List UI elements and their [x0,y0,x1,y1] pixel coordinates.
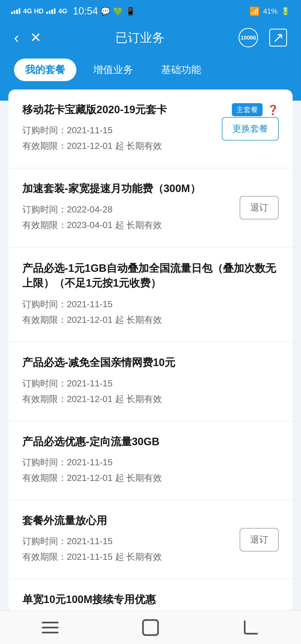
service-order-time-3: 订购时间：2021-11-15 [22,298,279,311]
unsubscribe-button-2[interactable]: 退订 [240,196,279,219]
wifi-icon: 📶 [249,6,260,16]
service-title-row-1: 移动花卡宝藏版2020-19元套卡 主套餐 ❓ [22,103,279,117]
message-icon: 💬 [101,7,110,16]
service-validity-1: 有效期限：2021-12-01 起 长期有效 [22,140,279,152]
tab-my-plan[interactable]: 我的套餐 [14,59,76,81]
nav-left: ‹ ✕ [14,30,41,45]
service-validity-3: 有效期限：2021-12-01 起 长期有效 [22,314,279,326]
service-name-4: 产品必选-减免全国亲情网费10元 [22,357,175,368]
battery-label: 41% [263,7,278,16]
service-item-5: 产品必选优惠-定向流量30GB 订购时间：2021-11-15 有效期限：202… [8,422,293,500]
signal-icon [11,8,20,14]
back-nav-button[interactable] [223,616,279,639]
service-name-5: 产品必选优惠-定向流量30GB [22,436,159,447]
service-number: 10086 [241,35,256,40]
status-bar: 4G HD 4G 10:54 💬 💚 📱 📶 41% 🔋 [0,0,301,22]
service-name-1: 移动花卡宝藏版2020-19元套卡 [22,103,227,117]
service-name-3: 产品必选-1元1GB自动叠加全国流量日包（叠加次数无上限）（不足1元按1元收费） [22,261,279,290]
service-cards: 移动花卡宝藏版2020-19元套卡 主套餐 ❓ 订购时间：2021-11-15 … [8,89,293,612]
content-area: 移动花卡宝藏版2020-19元套卡 主套餐 ❓ 订购时间：2021-11-15 … [0,89,301,612]
nav-right: 10086 ↗ [239,28,287,47]
service-validity-4: 有效期限：2021-12-01 起 长期有效 [22,393,279,405]
tab-value-added[interactable]: 增值业务 [82,59,144,81]
tab-basic[interactable]: 基础功能 [150,59,212,81]
service-name-6: 套餐外流量放心用 [22,515,107,526]
service-validity-2: 有效期限：2023-04-01 起 长期有效 [22,219,279,231]
service-name-7-partial: 单宽10元100M接续专用优惠 [22,593,279,606]
time-display: 10:54 [73,5,98,17]
share-button[interactable]: ↗ [269,29,287,47]
service-order-time-5: 订购时间：2021-11-15 [22,456,279,469]
back-button[interactable]: ‹ [14,30,19,45]
service-name-2: 加速套装-家宽提速月功能费（300M） [22,183,201,194]
service-item-6: 套餐外流量放心用 订购时间：2021-11-15 有效期限：2021-11-15… [8,500,293,579]
service-item-3: 产品必选-1元1GB自动叠加全国流量日包（叠加次数无上限）（不足1元按1元收费）… [8,248,293,342]
service-item-4: 产品必选-减免全国亲情网费10元 订购时间：2021-11-15 有效期限：20… [8,342,293,421]
service-item-7-partial: 单宽10元100M接续专用优惠 [8,579,293,612]
nav-bar: ‹ ✕ 已订业务 10086 ↗ [0,22,301,53]
battery-icon: 🔋 [281,7,290,16]
service-action-6: 退订 [240,528,279,551]
back-nav-icon [244,621,258,635]
page-title: 已订业务 [115,31,164,44]
status-left: 4G HD 4G 10:54 💬 💚 📱 [11,5,135,17]
share-icon: ↗ [269,29,287,47]
tab-bar: 我的套餐 增值业务 基础功能 [0,53,301,89]
unsubscribe-button-6[interactable]: 退订 [240,528,279,551]
network-type-label: 4G HD [23,7,43,15]
mobile-icon: 📱 [126,7,135,16]
change-plan-button[interactable]: 更换套餐 [222,117,279,141]
service-item-2: 加速套装-家宽提速月功能费（300M） 订购时间：2022-04-28 有效期限… [8,168,293,247]
bottom-nav [0,611,301,644]
customer-service-icon[interactable]: 10086 [239,28,258,47]
signal-icon-2 [46,8,55,14]
help-icon-1[interactable]: ❓ [267,104,279,115]
badge-main-1: 主套餐 [232,103,263,116]
service-validity-5: 有效期限：2021-12-01 起 长期有效 [22,472,279,484]
menu-button[interactable] [22,616,78,639]
service-action-1: 更换套餐 [222,117,279,141]
back-icon: ‹ [14,30,19,45]
status-right: 📶 41% 🔋 [249,6,290,16]
home-icon [142,619,159,636]
close-icon: ✕ [30,31,41,44]
service-validity-6: 有效期限：2021-11-15 起 长期有效 [22,551,279,563]
home-button[interactable] [123,616,178,639]
nav-center: 已订业务 [41,30,239,46]
close-button[interactable]: ✕ [30,31,41,44]
service-item-1: 移动花卡宝藏版2020-19元套卡 主套餐 ❓ 订购时间：2021-11-15 … [8,89,293,168]
service-order-time-4: 订购时间：2021-11-15 [22,377,279,390]
service-action-2: 退订 [240,196,279,219]
wechat-icon: 💚 [113,7,123,16]
hamburger-icon [42,622,59,633]
network-type-label-2: 4G [58,7,67,15]
